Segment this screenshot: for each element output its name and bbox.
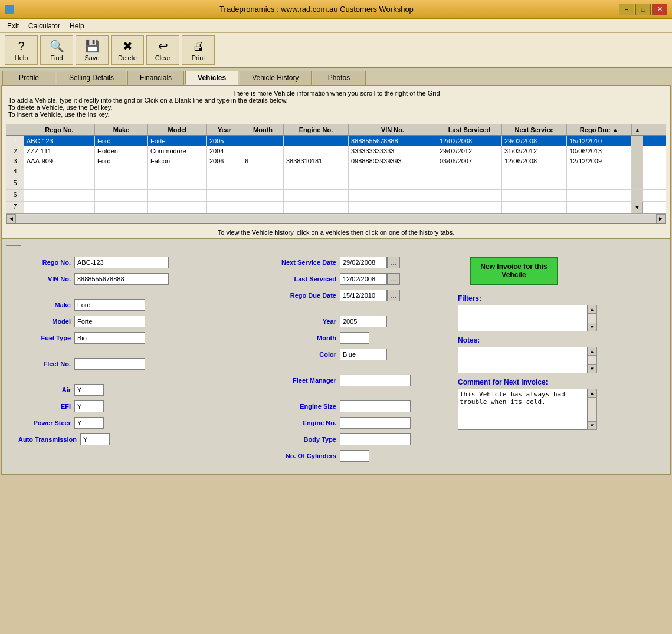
grid-scroll-up[interactable]: ▲	[632, 124, 643, 135]
maximize-button[interactable]: □	[635, 4, 651, 15]
comment-scroll-down[interactable]: ▼	[588, 421, 596, 429]
rego-due-input[interactable]	[340, 290, 387, 301]
table-row[interactable]: 2 ZZZ-111 Holden Commodore 2004 33333333…	[6, 146, 666, 156]
new-invoice-button[interactable]: New Invoice for this Vehcile	[470, 257, 558, 285]
print-button[interactable]: 🖨 Print	[182, 35, 215, 65]
notes-textarea[interactable]	[458, 347, 588, 373]
vehicle-grid: Rego No. Make Model Year Month Engine No…	[6, 124, 666, 224]
year-input[interactable]	[340, 316, 387, 327]
cell-rego-due-3: 12/12/2009	[567, 156, 632, 166]
save-button[interactable]: 💾 Save	[76, 35, 109, 65]
cell-engine-2	[284, 146, 349, 156]
help-button[interactable]: ? Help	[5, 35, 38, 65]
detail-panel: Rego No. VIN No. Make	[2, 238, 670, 474]
engine-size-input[interactable]	[340, 400, 411, 412]
grid-scroll-down[interactable]: ▼	[632, 202, 643, 213]
clear-button[interactable]: ↩ Clear	[146, 35, 179, 65]
tab-profile[interactable]: Profile	[2, 71, 55, 85]
fuel-type-input[interactable]	[74, 332, 145, 344]
table-row[interactable]: 1 ABC-123 Ford Forte 2005 8888555678888 …	[6, 136, 666, 146]
fleet-no-input[interactable]	[74, 358, 145, 370]
minimize-button[interactable]: −	[619, 4, 634, 15]
comment-scroll-up[interactable]: ▲	[588, 389, 596, 398]
print-label: Print	[192, 54, 205, 61]
auto-trans-input[interactable]	[80, 433, 110, 445]
vehicle-hint: To view the Vehicle history, click on a …	[2, 226, 670, 238]
tab-vehicle-history[interactable]: Vehicle History	[240, 71, 311, 85]
row-num-2: 2	[6, 146, 24, 156]
menu-help[interactable]: Help	[65, 21, 89, 31]
tab-selling-details[interactable]: Selling Details	[57, 71, 126, 85]
comment-scrollbar: ▲ ▼	[588, 389, 597, 430]
cell-rego-due-1: 15/12/2010	[567, 136, 632, 146]
cell-rego-1: ABC-123	[24, 136, 95, 146]
next-service-date-btn[interactable]: ...	[387, 257, 400, 268]
next-service-input[interactable]	[340, 257, 387, 268]
find-label: Find	[50, 54, 63, 61]
color-input[interactable]	[340, 349, 387, 360]
filters-textarea[interactable]	[458, 305, 588, 331]
tab-financials[interactable]: Financials	[127, 71, 184, 85]
cell-model-2: Commodore	[148, 146, 207, 156]
table-row[interactable]: 6	[6, 190, 666, 202]
engine-no-input[interactable]	[340, 417, 411, 429]
make-input[interactable]	[74, 299, 145, 311]
power-steer-label: Power Steer	[12, 419, 71, 426]
table-row[interactable]: 7 ▼	[6, 202, 666, 213]
cell-month-2	[242, 146, 284, 156]
comment-label: Comment for Next Invoice:	[458, 378, 660, 386]
table-row[interactable]: 5	[6, 178, 666, 190]
cylinders-input[interactable]	[340, 450, 369, 462]
filters-section: ▲ ▼	[458, 305, 660, 331]
table-row[interactable]: 4	[6, 166, 666, 178]
comment-textarea[interactable]: This Vehicle has always had trouble when…	[458, 389, 588, 430]
title-bar: Tradepronamics : www.rad.com.au Customer…	[0, 0, 672, 19]
table-row[interactable]: 3 AAA-909 Ford Falcon 2006 6 3838310181 …	[6, 156, 666, 166]
air-label: Air	[12, 386, 71, 393]
find-button[interactable]: 🔍 Find	[40, 35, 73, 65]
body-type-input[interactable]	[340, 433, 411, 445]
scroll-right-btn[interactable]: ►	[656, 214, 666, 224]
horizontal-scrollbar[interactable]: ◄ ►	[6, 213, 666, 223]
vin-label: VIN No.	[12, 275, 71, 282]
notes-scroll-down[interactable]: ▼	[588, 364, 596, 373]
cell-month-3: 6	[242, 156, 284, 166]
power-steer-input[interactable]	[74, 417, 104, 429]
make-label: Make	[12, 301, 71, 308]
filters-scroll-down[interactable]: ▼	[588, 323, 596, 331]
month-row: Month	[260, 332, 448, 344]
tab-photos[interactable]: Photos	[313, 71, 366, 85]
air-input[interactable]	[74, 384, 104, 396]
detail-tab-active[interactable]	[6, 245, 21, 249]
vin-row: VIN No.	[12, 273, 260, 285]
efi-input[interactable]	[74, 400, 104, 412]
month-input[interactable]	[340, 332, 369, 344]
scroll-left-btn[interactable]: ◄	[6, 214, 16, 224]
vin-input[interactable]	[74, 273, 169, 285]
make-row: Make	[12, 299, 260, 311]
cylinders-label: No. Of Cylinders	[260, 452, 336, 459]
tab-vehicles[interactable]: Vehicles	[185, 71, 238, 85]
fleet-manager-label: Fleet Manager	[260, 377, 336, 384]
row-num-5: 5	[6, 178, 24, 189]
filters-scroll-up[interactable]: ▲	[588, 305, 596, 314]
last-serviced-date-btn[interactable]: ...	[387, 273, 400, 285]
model-input[interactable]	[74, 316, 145, 327]
detail-content: Rego No. VIN No. Make	[2, 249, 670, 474]
cell-vin-3: 09888803939393	[349, 156, 437, 166]
power-steer-row: Power Steer	[12, 417, 260, 429]
close-button[interactable]: ✕	[652, 4, 667, 15]
col-model: Model	[148, 124, 207, 135]
last-serviced-input[interactable]	[340, 273, 387, 285]
menu-calculator[interactable]: Calculator	[24, 21, 65, 31]
fleet-manager-input[interactable]	[340, 375, 411, 386]
menu-exit[interactable]: Exit	[2, 21, 24, 31]
menu-bar: Exit Calculator Help	[0, 19, 672, 33]
notes-label: Notes:	[458, 336, 660, 344]
col-rego: Rego No.	[24, 124, 95, 135]
delete-button[interactable]: ✖ Delete	[111, 35, 144, 65]
notes-scroll-up[interactable]: ▲	[588, 347, 596, 356]
rego-input[interactable]	[74, 257, 169, 268]
auto-trans-label: Auto Transmission	[12, 436, 77, 443]
rego-due-date-btn[interactable]: ...	[387, 290, 400, 301]
